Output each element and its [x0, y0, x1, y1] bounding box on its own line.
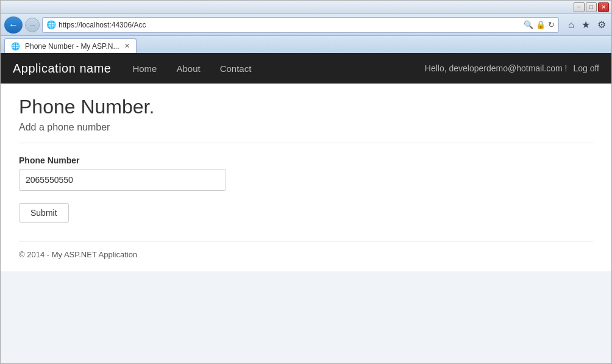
footer-divider [19, 241, 593, 241]
app-nav-right: Hello, developerdemo@hotmail.com ! Log o… [425, 55, 599, 82]
page-subtitle: Add a phone number [19, 122, 593, 133]
phone-label: Phone Number [19, 155, 593, 165]
address-bar[interactable]: 🌐 https://localhost:44306/Acc 🔍 🔒 ↻ [42, 17, 559, 33]
nav-link-contact[interactable]: Contact [211, 55, 261, 82]
phone-input[interactable] [19, 169, 226, 191]
user-greeting: Hello, developerdemo@hotmail.com ! [425, 63, 568, 73]
navigation-bar: ← → 🌐 https://localhost:44306/Acc 🔍 🔒 ↻ … [1, 14, 611, 36]
tab-title: Phone Number - My ASP.N... [25, 42, 119, 51]
app-navbar: Application name Home About Contact Hell… [1, 53, 611, 84]
minimize-button[interactable]: − [574, 2, 585, 12]
page-title: Phone Number. [19, 96, 593, 118]
footer-text: © 2014 - My ASP.NET Application [19, 250, 593, 259]
lock-icon: 🔒 [536, 20, 546, 29]
favorites-icon[interactable]: ★ [580, 18, 592, 32]
browser-toolbar-right: ⌂ ★ ⚙ [566, 18, 608, 32]
page-content: Phone Number. Add a phone number Phone N… [1, 84, 611, 271]
active-tab[interactable]: 🌐 Phone Number - My ASP.N... ✕ [4, 38, 137, 53]
title-bar-controls: − □ ✕ [574, 2, 609, 12]
search-icon: 🔍 [524, 20, 533, 29]
phone-number-form-group: Phone Number [19, 155, 593, 191]
tab-favicon: 🌐 [11, 42, 20, 51]
content-divider [19, 143, 593, 143]
close-button[interactable]: ✕ [598, 2, 609, 12]
refresh-icon[interactable]: ↻ [548, 20, 555, 29]
address-bar-icons: 🔍 🔒 ↻ [524, 20, 555, 29]
nav-link-home[interactable]: Home [123, 55, 166, 82]
tab-close-icon[interactable]: ✕ [124, 42, 130, 50]
app-nav-links: Home About Contact [123, 55, 260, 82]
url-text: https://localhost:44306/Acc [59, 21, 521, 29]
submit-button[interactable]: Submit [19, 203, 69, 223]
back-button[interactable]: ← [4, 16, 23, 34]
nav-link-about[interactable]: About [167, 55, 209, 82]
restore-button[interactable]: □ [586, 2, 597, 12]
title-bar: − □ ✕ [1, 1, 611, 14]
page-icon: 🌐 [46, 20, 56, 29]
logoff-link[interactable]: Log off [573, 55, 599, 82]
tab-bar: 🌐 Phone Number - My ASP.N... ✕ [1, 36, 611, 53]
home-icon[interactable]: ⌂ [566, 18, 576, 32]
forward-button[interactable]: → [25, 18, 40, 32]
settings-icon[interactable]: ⚙ [596, 18, 608, 32]
app-brand[interactable]: Application name [13, 62, 111, 76]
